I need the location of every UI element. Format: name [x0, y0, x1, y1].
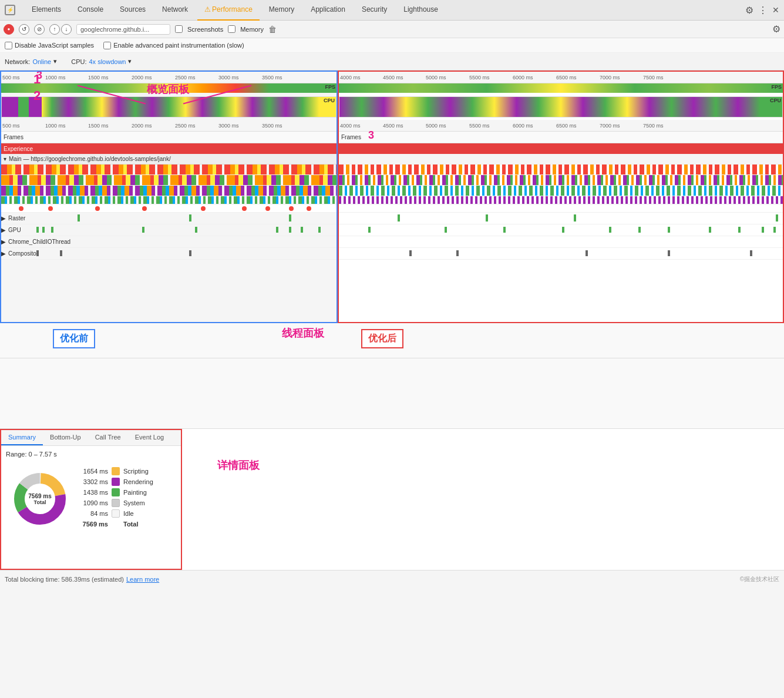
- summary-content: Range: 0 – 7.57 s: [1, 446, 181, 540]
- screenshots-label: Screenshots: [187, 26, 223, 33]
- compositor-row-right: [339, 248, 783, 260]
- gpu-bar-5: [195, 227, 197, 233]
- disable-js-checkbox[interactable]: [5, 42, 12, 49]
- tab-call-tree[interactable]: Call Tree: [88, 430, 128, 445]
- forward-button[interactable]: ↓: [61, 24, 72, 35]
- blocking-time: Total blocking time: 586.39ms (estimated…: [5, 576, 124, 583]
- screenshots-checkbox[interactable]: [175, 25, 183, 33]
- idle-color: [112, 509, 120, 518]
- annotation-area: 详情面板: [182, 429, 784, 570]
- raster-row-right: [339, 213, 783, 224]
- record-button[interactable]: ●: [4, 24, 14, 35]
- gpu-bar-7: [289, 227, 291, 233]
- error-dot-3: [95, 206, 100, 211]
- advanced-paint-checkbox[interactable]: [103, 42, 111, 49]
- thread-header-right: [339, 154, 783, 165]
- right-ruler-5500: 5500 ms: [469, 75, 490, 80]
- tab-elements[interactable]: Elements: [25, 0, 68, 21]
- raster-arrow[interactable]: ▶: [1, 215, 6, 222]
- cpu-section-right: CPU: [339, 96, 783, 120]
- frames-ruler-1500: 1500 ms: [88, 123, 109, 129]
- bottom-area: Summary Bottom-Up Call Tree Event Log Ra…: [0, 429, 784, 570]
- child-io-row-left: ▶ Chrome_ChildIOThread: [1, 236, 337, 248]
- gpu-right-8: [709, 227, 711, 233]
- tab-application[interactable]: Application: [304, 0, 352, 21]
- raster-bar-1: [78, 214, 80, 222]
- tab-memory[interactable]: Memory: [262, 0, 301, 21]
- comp-right-1: [409, 250, 412, 256]
- error-dot-2: [48, 206, 53, 211]
- frames-ruler-right: 4000 ms 4500 ms 5000 ms 5500 ms 6000 ms …: [339, 120, 783, 132]
- gpu-right-2: [445, 227, 447, 233]
- fr-right-6500: 6500 ms: [556, 123, 577, 129]
- comp-bar-1: [36, 250, 39, 256]
- fr-right-5500: 5500 ms: [469, 123, 490, 129]
- overview-panel-label: 概览面板: [147, 82, 189, 96]
- fps-bar-right: FPS: [339, 83, 783, 93]
- compositor-row-left: ▶ Compositor: [1, 248, 337, 260]
- child-io-arrow[interactable]: ▶: [1, 239, 6, 245]
- memory-checkbox[interactable]: [228, 25, 235, 33]
- disable-js-samples-option[interactable]: Disable JavaScript samples: [5, 42, 94, 49]
- close-icon[interactable]: ✕: [772, 5, 779, 15]
- donut-chart: 7569 ms Total: [11, 469, 69, 528]
- experience-row-right: [339, 143, 783, 154]
- fr-right-7000: 7000 ms: [600, 123, 620, 129]
- main-label: Main — https://googlechrome.github.io/de…: [9, 156, 171, 162]
- frames-ruler-500: 500 ms: [2, 123, 20, 129]
- reload-button[interactable]: ↺: [19, 24, 29, 35]
- fr-right-5000: 5000 ms: [426, 123, 446, 129]
- more-icon[interactable]: ⋮: [758, 5, 768, 16]
- settings-icon[interactable]: ⚙: [745, 5, 753, 16]
- right-ruler-7500: 7500 ms: [643, 75, 664, 80]
- network-dropdown-icon[interactable]: ▾: [53, 58, 57, 65]
- tab-console[interactable]: Console: [70, 0, 110, 21]
- fr-right-6000: 6000 ms: [513, 123, 533, 129]
- panel-after: 4000 ms 4500 ms 5000 ms 5500 ms 6000 ms …: [338, 71, 784, 323]
- tab-bottom-up[interactable]: Bottom-Up: [43, 430, 88, 445]
- settings-right-icon: ⚙: [772, 24, 780, 34]
- ruler-tick-1000: 1000 ms: [45, 75, 66, 80]
- enable-advanced-paint-option[interactable]: Enable advanced paint instrumentation (s…: [103, 42, 244, 49]
- system-color: [112, 499, 120, 507]
- gpu-right-5: [609, 227, 611, 233]
- gpu-arrow[interactable]: ▶: [1, 227, 6, 233]
- main-thread-right-2: [339, 175, 783, 186]
- gpu-bar-1: [36, 227, 39, 233]
- clear-button[interactable]: 🗑: [268, 25, 277, 34]
- legend-total: 7569 ms Total: [79, 520, 171, 528]
- tab-security[interactable]: Security: [355, 0, 394, 21]
- legend-items: 1654 ms Scripting 3302 ms Rendering 1438…: [79, 467, 171, 531]
- tab-network[interactable]: Network: [155, 0, 195, 21]
- cpu-dropdown-icon[interactable]: ▾: [128, 58, 132, 65]
- detail-panel: Summary Bottom-Up Call Tree Event Log Ra…: [0, 429, 182, 570]
- comp-right-3: [586, 250, 588, 256]
- gpu-bar-6: [276, 227, 278, 233]
- frames-ruler-1000: 1000 ms: [45, 123, 66, 129]
- watermark: ©掘金技术社区: [740, 575, 779, 583]
- tab-sources[interactable]: Sources: [113, 0, 153, 21]
- frames-ruler-3000: 3000 ms: [218, 123, 239, 129]
- error-dot-9: [307, 206, 311, 211]
- gear-right[interactable]: ⚙: [772, 24, 780, 35]
- main-thread-right-1: [339, 165, 783, 175]
- learn-more-link[interactable]: Learn more: [126, 576, 159, 583]
- stop-button[interactable]: ⊘: [34, 24, 45, 35]
- tab-lighthouse[interactable]: Lighthouse: [396, 0, 445, 21]
- tab-event-log[interactable]: Event Log: [128, 430, 171, 445]
- fps-section-right: FPS: [339, 83, 783, 96]
- frames-ruler-2000: 2000 ms: [132, 123, 152, 129]
- raster-right-3: [574, 214, 576, 222]
- back-button[interactable]: ↑: [49, 24, 60, 35]
- gpu-right-11: [773, 227, 776, 233]
- raster-row-left: ▶ Raster: [1, 213, 337, 224]
- panel-before: 500 ms 1000 ms 1500 ms 2000 ms 2500 ms 3…: [0, 71, 338, 323]
- tab-performance[interactable]: ⚠ Performance: [197, 0, 260, 21]
- devtools-icon[interactable]: ⚡: [5, 5, 15, 15]
- tab-summary[interactable]: Summary: [1, 430, 43, 445]
- main-arrow[interactable]: ▾: [4, 156, 6, 162]
- devtools-icon-group: ⚙ ⋮ ✕: [745, 5, 779, 16]
- error-dot-6: [242, 206, 247, 211]
- network-throttle: Network: Online ▾: [5, 58, 57, 65]
- compositor-arrow[interactable]: ▶: [1, 250, 6, 257]
